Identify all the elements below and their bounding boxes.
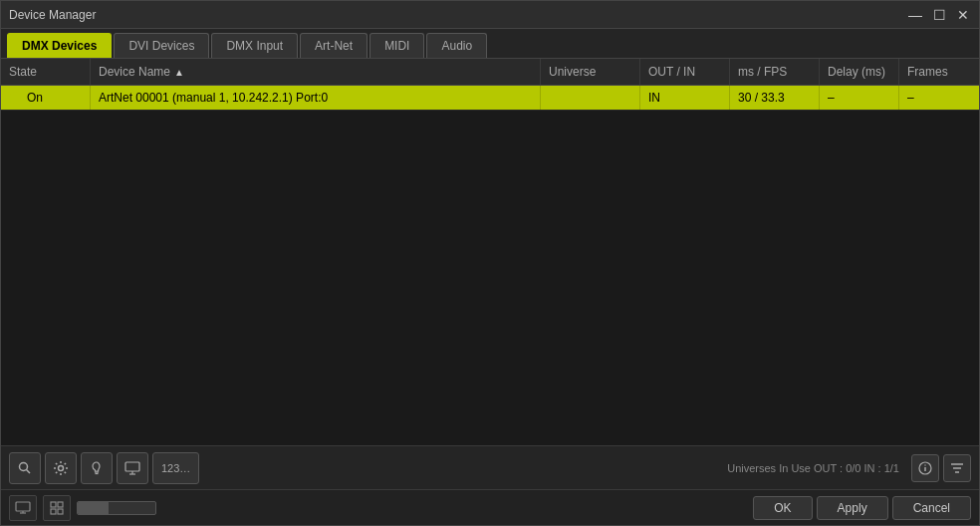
state-indicator-icon (9, 92, 21, 104)
col-state: State (1, 59, 91, 85)
svg-rect-5 (125, 462, 139, 471)
svg-point-0 (20, 462, 28, 470)
universe-status: Universes In Use OUT : 0/0 IN : 1/1 (727, 462, 899, 474)
svg-rect-14 (16, 502, 30, 511)
tab-dmx-devices[interactable]: DMX Devices (7, 33, 112, 58)
svg-point-10 (924, 464, 925, 465)
status-icon-left[interactable] (9, 495, 37, 521)
col-out-in: OUT / IN (640, 59, 730, 85)
settings-button[interactable] (45, 452, 77, 484)
monitor-icon (124, 460, 140, 476)
col-ms-fps: ms / FPS (730, 59, 820, 85)
bottom-toolbar: 123… Universes In Use OUT : 0/0 IN : 1/1 (1, 445, 979, 489)
status-progress-fill (78, 502, 109, 514)
svg-point-2 (59, 465, 64, 470)
light-button[interactable] (81, 452, 113, 484)
td-frames: – (899, 86, 979, 110)
window-controls: — ☐ ✕ (907, 7, 971, 23)
maximize-button[interactable]: ☐ (931, 7, 947, 23)
action-buttons: OK Apply Cancel (753, 496, 971, 520)
numbers-button[interactable]: 123… (152, 452, 199, 484)
content-area: State Device Name ▲ Universe OUT / IN ms… (1, 59, 979, 489)
table-header: State Device Name ▲ Universe OUT / IN ms… (1, 59, 979, 86)
device-manager-window: Device Manager — ☐ ✕ DMX Devices DVI Dev… (0, 0, 980, 526)
tab-dmx-input[interactable]: DMX Input (211, 33, 298, 58)
svg-rect-18 (58, 502, 63, 507)
cancel-button[interactable]: Cancel (892, 496, 971, 520)
table-body: On ArtNet 00001 (manual 1, 10.242.2.1) P… (1, 86, 979, 445)
info-button[interactable] (911, 454, 939, 482)
gear-icon (53, 460, 69, 476)
td-state: On (1, 86, 91, 110)
monitor-button[interactable] (117, 452, 148, 484)
col-universe: Universe (541, 59, 640, 85)
info-icon (917, 460, 933, 476)
col-frames: Frames (899, 59, 979, 85)
minimize-button[interactable]: — (907, 7, 923, 23)
ok-button[interactable]: OK (753, 496, 812, 520)
apply-button[interactable]: Apply (817, 496, 888, 520)
filter-icon (949, 460, 965, 476)
tab-art-net[interactable]: Art-Net (300, 33, 368, 58)
col-device-name[interactable]: Device Name ▲ (91, 59, 541, 85)
td-ms-fps: 30 / 33.3 (730, 86, 820, 110)
search-icon (17, 460, 33, 476)
filter-button[interactable] (943, 454, 971, 482)
tab-midi[interactable]: MIDI (369, 33, 424, 58)
svg-rect-19 (51, 509, 56, 514)
status-progress-bar (77, 501, 156, 515)
status-icon (15, 501, 31, 515)
col-delay: Delay (ms) (820, 59, 899, 85)
table-row[interactable]: On ArtNet 00001 (manual 1, 10.242.2.1) P… (1, 86, 979, 111)
svg-line-1 (27, 469, 31, 473)
td-device-name: ArtNet 00001 (manual 1, 10.242.2.1) Port… (91, 86, 541, 110)
search-button[interactable] (9, 452, 41, 484)
title-bar: Device Manager — ☐ ✕ (1, 1, 979, 29)
status-icon-grid[interactable] (43, 495, 71, 521)
svg-rect-20 (58, 509, 63, 514)
td-out-in: IN (640, 86, 730, 110)
window-title: Device Manager (9, 8, 96, 22)
tab-dvi-devices[interactable]: DVI Devices (114, 33, 209, 58)
svg-rect-17 (51, 502, 56, 507)
lightbulb-icon (89, 460, 105, 476)
tab-bar: DMX Devices DVI Devices DMX Input Art-Ne… (1, 29, 979, 59)
sort-arrow-icon: ▲ (174, 67, 184, 78)
status-bar: OK Apply Cancel (1, 489, 979, 525)
grid-icon (50, 501, 64, 515)
td-delay: – (820, 86, 899, 110)
td-universe (541, 86, 640, 110)
close-button[interactable]: ✕ (955, 7, 971, 23)
tab-audio[interactable]: Audio (426, 33, 487, 58)
